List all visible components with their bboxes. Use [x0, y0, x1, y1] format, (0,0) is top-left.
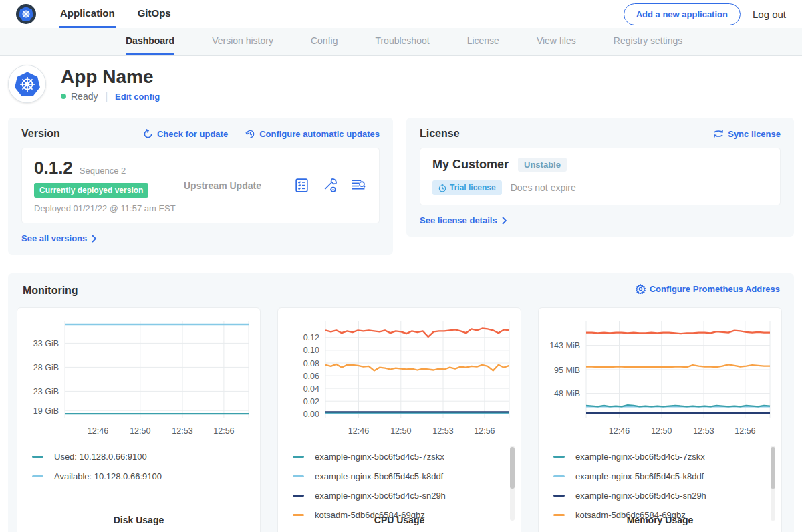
tab-config[interactable]: Config — [311, 28, 338, 55]
legend-label: example-nginx-5bc6f5d4c5-sn29h — [575, 491, 706, 501]
svg-text:12:53: 12:53 — [432, 426, 453, 436]
svg-text:12:56: 12:56 — [474, 426, 495, 436]
svg-text:0.04: 0.04 — [303, 384, 319, 394]
svg-text:0.06: 0.06 — [303, 372, 319, 381]
clock-history-icon — [245, 129, 255, 139]
channel-badge: Unstable — [518, 158, 567, 172]
status-badge: Ready — [71, 91, 98, 102]
scrollbar-thumb[interactable] — [510, 447, 515, 489]
legend-color-dash — [553, 475, 565, 477]
svg-text:0.08: 0.08 — [303, 359, 319, 368]
chevron-right-icon — [91, 235, 97, 243]
deploy-logs-icon[interactable] — [350, 177, 367, 194]
tab-version-history[interactable]: Version history — [212, 28, 273, 55]
gear-icon — [636, 284, 646, 294]
charts-row: 33 GiB28 GiB23 GiB19 GiB12:4612:5012:531… — [17, 307, 785, 532]
svg-text:33 GiB: 33 GiB — [33, 339, 59, 348]
license-card-title: License — [420, 128, 460, 140]
version-number: 0.1.2 — [34, 158, 73, 178]
tab-registry-settings[interactable]: Registry settings — [614, 28, 682, 55]
refresh-icon — [143, 129, 153, 139]
legend-color-dash — [32, 475, 43, 477]
legend-item: example-nginx-5bc6f5d4c5-7zskx — [553, 447, 781, 467]
legend-color-dash — [553, 456, 565, 458]
tab-troubleshoot[interactable]: Troubleshoot — [375, 28, 429, 55]
legend-scrollbar[interactable] — [510, 446, 515, 521]
preflight-checks-icon[interactable] — [293, 177, 310, 194]
legend-label: example-nginx-5bc6f5d4c5-7zskx — [315, 452, 444, 462]
cpu-usage-title: CPU Usage — [278, 515, 521, 525]
svg-text:12:50: 12:50 — [390, 426, 411, 436]
add-application-button[interactable]: Add a new application — [624, 3, 741, 25]
stopwatch-icon — [438, 184, 446, 192]
legend-item: example-nginx-5bc6f5d4c5-7zskx — [293, 447, 521, 467]
svg-text:12:53: 12:53 — [172, 426, 192, 436]
legend-color-dash — [32, 456, 43, 458]
legend-scrollbar[interactable] — [771, 446, 775, 521]
see-license-details-link[interactable]: See license details — [420, 215, 507, 225]
configure-prometheus-link[interactable]: Configure Prometheus Address — [636, 284, 780, 294]
deployed-timestamp: Deployed 01/21/22 @ 11:57 am EST — [34, 203, 176, 213]
app-kubernetes-icon — [8, 65, 46, 103]
license-card: License Sync license My Custo — [406, 118, 794, 237]
legend-label: example-nginx-5bc6f5d4c5-k8ddf — [315, 471, 443, 481]
check-for-update-link[interactable]: Check for update — [143, 129, 228, 139]
legend-color-dash — [293, 475, 304, 477]
cpu-usage-chart-card: 0.120.100.080.060.040.020.0012:4612:5012… — [277, 307, 521, 532]
scrollbar-thumb[interactable] — [771, 447, 775, 489]
configure-automatic-updates-link[interactable]: Configure automatic updates — [245, 129, 380, 139]
update-type-label: Upstream Update — [176, 180, 293, 191]
cpu-usage-plot: 0.120.100.080.060.040.020.0012:4612:5012… — [284, 316, 515, 444]
monitoring-title: Monitoring — [23, 285, 78, 297]
legend-color-dash — [293, 456, 304, 458]
version-sequence: Sequence 2 — [80, 166, 126, 176]
disk-usage-legend: Used: 10.128.0.66:9100Available: 10.128.… — [32, 447, 260, 486]
page-title: App Name — [61, 66, 160, 88]
disk-usage-chart-card: 33 GiB28 GiB23 GiB19 GiB12:4612:5012:531… — [17, 307, 261, 532]
legend-item: example-nginx-5bc6f5d4c5-sn29h — [293, 486, 521, 505]
disk-usage-title: Disk Usage — [17, 515, 260, 525]
top-nav-tab-application[interactable]: Application — [59, 0, 116, 28]
svg-text:0.02: 0.02 — [303, 397, 319, 406]
nav-logo[interactable] — [16, 0, 36, 28]
svg-text:12:53: 12:53 — [693, 426, 714, 436]
see-all-versions-link[interactable]: See all versions — [21, 233, 97, 243]
sync-license-link[interactable]: Sync license — [713, 129, 781, 139]
memory-usage-chart-card: 143 MiB95 MiB48 MiB12:4612:5012:5312:56e… — [538, 307, 782, 532]
current-version-row: 0.1.2 Sequence 2 Currently deployed vers… — [21, 148, 380, 223]
legend-label: Available: 10.128.0.66:9100 — [54, 471, 162, 481]
app-header: App Name Ready | Edit config — [0, 56, 802, 112]
tab-license[interactable]: License — [467, 28, 499, 55]
svg-text:19 GiB: 19 GiB — [33, 406, 59, 416]
legend-color-dash — [293, 495, 304, 497]
svg-text:12:56: 12:56 — [734, 426, 755, 436]
legend-item: example-nginx-5bc6f5d4c5-k8ddf — [293, 467, 521, 486]
edit-config-link[interactable]: Edit config — [115, 92, 160, 102]
svg-text:12:56: 12:56 — [213, 426, 234, 436]
legend-item: example-nginx-5bc6f5d4c5-sn29h — [553, 486, 781, 505]
status-ready-dot — [61, 94, 66, 99]
tab-dashboard[interactable]: Dashboard — [126, 28, 174, 55]
kubernetes-logo-icon — [16, 4, 36, 24]
cpu-usage-legend: example-nginx-5bc6f5d4c5-7zskxexample-ng… — [293, 447, 521, 525]
svg-text:0.00: 0.00 — [303, 410, 319, 419]
config-wrench-icon[interactable] — [321, 177, 338, 194]
svg-text:12:46: 12:46 — [348, 426, 369, 436]
logout-button[interactable]: Log out — [753, 9, 786, 20]
legend-item: example-nginx-5bc6f5d4c5-k8ddf — [553, 467, 781, 486]
currently-deployed-badge: Currently deployed version — [34, 183, 148, 198]
svg-text:95 MiB: 95 MiB — [554, 366, 580, 375]
top-nav-tabs: ApplicationGitOps — [59, 0, 192, 28]
tab-view-files[interactable]: View files — [537, 28, 576, 55]
svg-text:12:46: 12:46 — [88, 426, 108, 436]
monitoring-section: Monitoring Configure Prometheus Address … — [8, 273, 794, 532]
legend-label: Used: 10.128.0.66:9100 — [54, 452, 147, 462]
legend-label: example-nginx-5bc6f5d4c5-sn29h — [315, 491, 446, 501]
svg-text:23 GiB: 23 GiB — [33, 387, 59, 396]
app-sub-nav: DashboardVersion historyConfigTroublesho… — [0, 28, 802, 56]
top-nav-tab-gitops[interactable]: GitOps — [136, 0, 172, 28]
chevron-right-icon — [501, 217, 507, 225]
legend-item: Used: 10.128.0.66:9100 — [32, 447, 260, 467]
svg-text:0.10: 0.10 — [303, 346, 319, 355]
svg-text:12:46: 12:46 — [609, 426, 630, 436]
